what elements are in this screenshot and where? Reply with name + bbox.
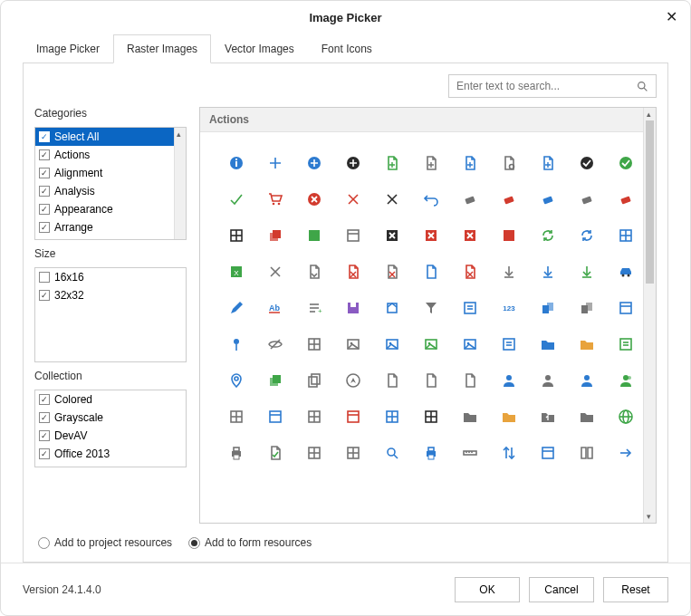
- x-black-icon[interactable]: [383, 190, 401, 208]
- folder2-yellow-icon[interactable]: [500, 408, 518, 426]
- grid-gray-icon[interactable]: [227, 408, 245, 426]
- doc-check-icon[interactable]: [266, 444, 284, 462]
- doc-x-red-icon[interactable]: [344, 263, 362, 281]
- ok-button[interactable]: OK: [455, 577, 520, 602]
- doc-gear-icon[interactable]: [500, 154, 518, 172]
- doc-add-blue-icon[interactable]: [461, 154, 479, 172]
- checkbox[interactable]: [39, 272, 50, 283]
- download-green-icon[interactable]: [578, 263, 596, 281]
- check-green-icon[interactable]: [227, 190, 245, 208]
- square-x-red-icon[interactable]: [422, 226, 440, 245]
- radio-icon[interactable]: [188, 537, 200, 549]
- square-x-red2-icon[interactable]: [461, 226, 479, 245]
- list-item[interactable]: ✓Office 2013: [35, 445, 186, 463]
- download-blue-icon[interactable]: [539, 263, 557, 281]
- cart-red-icon[interactable]: [266, 190, 284, 208]
- ab-text-icon[interactable]: Ab: [266, 299, 284, 317]
- note-blue-icon[interactable]: [461, 299, 479, 317]
- image-green-icon[interactable]: [422, 335, 440, 353]
- note-green-icon[interactable]: [617, 335, 635, 353]
- printer-blue-icon[interactable]: [422, 444, 440, 462]
- doc-x-red2-icon[interactable]: [461, 263, 479, 281]
- tab-image-picker[interactable]: Image Picker: [23, 34, 113, 63]
- globe-green-icon[interactable]: [617, 408, 635, 426]
- tab-raster-images[interactable]: Raster Images: [113, 34, 211, 63]
- list-item[interactable]: 16x16: [35, 268, 186, 286]
- list-item[interactable]: ✓Alignment: [35, 164, 186, 182]
- panel-blue-icon[interactable]: [266, 408, 284, 426]
- grid-black-icon[interactable]: [227, 226, 245, 245]
- download-gray-icon[interactable]: [500, 263, 518, 281]
- doc-add-green-icon[interactable]: [383, 154, 401, 172]
- tabs-dark-icon[interactable]: [578, 299, 596, 317]
- doc-blank-icon[interactable]: [461, 371, 479, 390]
- eraser-sparkle-icon[interactable]: [578, 190, 596, 208]
- folder-user-icon[interactable]: [578, 408, 596, 426]
- square-red-icon[interactable]: [500, 226, 518, 245]
- save-purple-icon[interactable]: [344, 299, 362, 317]
- grid2-gray-icon[interactable]: [305, 408, 323, 426]
- user-blue-icon[interactable]: [500, 371, 518, 390]
- cancel-button[interactable]: Cancel: [529, 577, 594, 602]
- book-gray-icon[interactable]: [578, 444, 596, 462]
- search-icon[interactable]: [637, 81, 648, 92]
- eraser-red2-icon[interactable]: [617, 190, 635, 208]
- users-green-icon[interactable]: [617, 371, 635, 390]
- doc-add-gray-icon[interactable]: [422, 154, 440, 172]
- add-circle-blue-icon[interactable]: [305, 154, 323, 172]
- calc-blue-icon[interactable]: [383, 408, 401, 426]
- grid3-gray-icon[interactable]: [305, 335, 323, 353]
- add-circle-black-icon[interactable]: [344, 154, 362, 172]
- folder-yellow-icon[interactable]: [578, 335, 596, 353]
- box-blue-icon[interactable]: [383, 299, 401, 317]
- xls-green-icon[interactable]: X: [227, 263, 245, 281]
- doc-outline-icon[interactable]: [383, 371, 401, 390]
- categories-list[interactable]: ✓Select All ✓Actions ✓Alignment ✓Analysi…: [34, 127, 187, 240]
- pin-blue-icon[interactable]: [227, 335, 245, 353]
- user2-blue-icon[interactable]: [578, 371, 596, 390]
- square-x-black-icon[interactable]: [383, 226, 401, 245]
- reset-button[interactable]: Reset: [603, 577, 668, 602]
- ruler-gray-icon[interactable]: [461, 444, 479, 462]
- eraser-gray-icon[interactable]: [461, 190, 479, 208]
- window-gray-icon[interactable]: [344, 226, 362, 245]
- scrollbar-thumb[interactable]: [646, 120, 654, 284]
- sort-blue-icon[interactable]: [500, 444, 518, 462]
- checkbox[interactable]: ✓: [39, 430, 50, 441]
- list-item[interactable]: ✓Actions: [35, 146, 186, 164]
- checkbox[interactable]: ✓: [39, 222, 50, 233]
- search-blue-icon[interactable]: [383, 444, 401, 462]
- image2-blue-icon[interactable]: [461, 335, 479, 353]
- list-item[interactable]: ✓Select All: [35, 128, 186, 146]
- error-red-icon[interactable]: [305, 190, 323, 208]
- panel2-blue-icon[interactable]: [539, 444, 557, 462]
- folder2-gray-icon[interactable]: [461, 408, 479, 426]
- checkbox[interactable]: ✓: [39, 394, 50, 405]
- eraser-blue-icon[interactable]: [539, 190, 557, 208]
- list-plus-icon[interactable]: +: [305, 299, 323, 317]
- search-input[interactable]: [456, 80, 637, 92]
- eraser-red-icon[interactable]: [500, 190, 518, 208]
- window-blue-icon[interactable]: [617, 299, 635, 317]
- layers-red-icon[interactable]: [266, 226, 284, 245]
- doc-arrow-icon[interactable]: [305, 263, 323, 281]
- checkbox[interactable]: ✓: [39, 448, 50, 459]
- scrollbar[interactable]: ▴ ▾: [643, 108, 656, 523]
- list-item[interactable]: ✓Appearance: [35, 200, 186, 218]
- funnel-gray-icon[interactable]: [422, 299, 440, 317]
- checkbox[interactable]: ✓: [39, 186, 50, 197]
- list-item[interactable]: ✓DevAV: [35, 427, 186, 445]
- folder-up-icon[interactable]: [539, 408, 557, 426]
- undo-blue-icon[interactable]: [422, 190, 440, 208]
- refresh-green-icon[interactable]: [539, 226, 557, 245]
- doc-plus-blue-icon[interactable]: [539, 154, 557, 172]
- check-circle-green-icon[interactable]: [617, 154, 635, 172]
- window-red-icon[interactable]: [344, 408, 362, 426]
- doc-x-gray-icon[interactable]: [383, 263, 401, 281]
- list-item[interactable]: ✓Grayscale: [35, 409, 186, 427]
- checkbox[interactable]: ✓: [39, 204, 50, 215]
- radio-icon[interactable]: [38, 537, 50, 549]
- checkbox[interactable]: ✓: [39, 149, 50, 160]
- tab-font-icons[interactable]: Font Icons: [308, 34, 386, 63]
- checkbox[interactable]: ✓: [39, 412, 50, 423]
